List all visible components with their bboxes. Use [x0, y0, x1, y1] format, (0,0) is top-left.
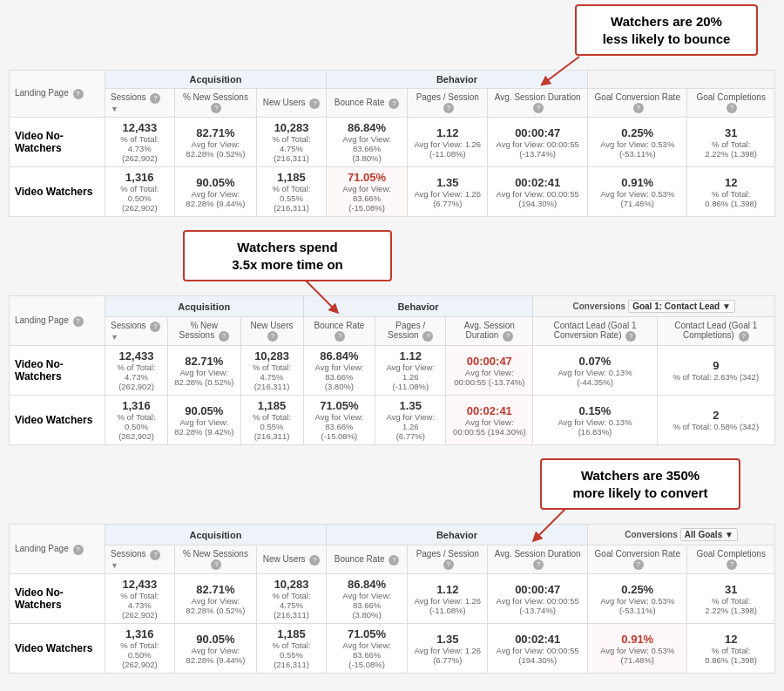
s2-row1-new-sessions: 82.71%Avg for View:82.28% (0.52%) — [168, 346, 241, 396]
s2-sessions-help[interactable]: ? — [150, 322, 160, 332]
table-row: Video No-Watchers 12,433% of Total: 4.73… — [10, 118, 775, 167]
svg-line-0 — [544, 57, 579, 83]
s2-bounce-rate-col: Bounce Rate ? — [303, 317, 375, 346]
new-users-help[interactable]: ? — [309, 98, 320, 109]
s3-bounce-rate-help[interactable]: ? — [389, 555, 399, 566]
new-users-col-header: New Users ? — [257, 89, 327, 118]
s2-contact-rate-help[interactable]: ? — [625, 331, 636, 342]
s2-new-sessions-col: % New Sessions ? — [168, 317, 241, 346]
row2-pages-session: 1.35Avg for View: 1.26(6.77%) — [408, 167, 488, 217]
s3-duration-col: Avg. Session Duration ? — [488, 545, 588, 574]
bounce-rate-help[interactable]: ? — [389, 98, 399, 109]
s2-contact-comp-help[interactable]: ? — [739, 331, 749, 342]
s2-conversions-label: Conversions — [573, 301, 626, 311]
s2-bounce-rate-help[interactable]: ? — [335, 331, 345, 342]
row2-goal-rate: 0.91%Avg for View: 0.53%(71.48%) — [588, 167, 687, 217]
sessions-help[interactable]: ? — [150, 93, 160, 104]
s2-row2-pages: 1.35Avg for View: 1.26(6.77%) — [375, 396, 446, 445]
s3-row2-new-sessions: 90.05%Avg for View:82.28% (9.44%) — [174, 624, 257, 674]
sessions-sort[interactable]: ▼ — [111, 105, 118, 113]
s2-new-users-col: New Users ? — [240, 317, 303, 346]
row1-new-users: 10,283% of Total: 4.75%(216,311) — [257, 118, 327, 167]
s2-new-users-help[interactable]: ? — [267, 331, 278, 342]
s2-goal-dropdown[interactable]: Goal 1: Contact Lead ▼ — [628, 300, 735, 313]
landing-page-help[interactable]: ? — [73, 89, 84, 99]
row2-avg-duration: 00:02:41Avg for View: 00:00:55(194.30%) — [488, 167, 588, 217]
s3-row1-bounce: 86.84%Avg for View: 83.66%(3.80%) — [326, 574, 408, 624]
goal-comp-col-header: Goal Completions ? — [687, 89, 775, 118]
s3-conversions-label: Conversions — [625, 530, 678, 539]
s2-row1-label: Video No-Watchers — [10, 346, 105, 396]
s3-goal-comp-col: Goal Completions ? — [687, 545, 775, 574]
new-sessions-col-header: % New Sessions ? — [174, 89, 257, 118]
row2-sessions: 1,316% of Total: 0.50%(262,902) — [105, 167, 175, 217]
s2-duration-col: Avg. Session Duration ? — [446, 317, 533, 346]
s3-row1-new-sessions: 82.71%Avg for View:82.28% (0.52%) — [174, 574, 257, 624]
s2-sessions-col: Sessions ? ▼ — [105, 317, 168, 346]
goal-rate-help[interactable]: ? — [633, 103, 644, 113]
section3-callout-text: Watchers are 350%more likely to convert — [572, 468, 707, 500]
s2-new-sessions-help[interactable]: ? — [219, 331, 229, 342]
s2-pages-col: Pages / Session ? — [375, 317, 446, 346]
s2-duration-help[interactable]: ? — [503, 331, 513, 342]
section2-callout: Watchers spend3.5x more time on — [183, 230, 392, 281]
section3-callout: Watchers are 350%more likely to convert — [540, 458, 740, 510]
section1-callout: Watchers are 20%less likely to bounce — [575, 4, 758, 56]
row1-sessions: 12,433% of Total: 4.73%(262,902) — [105, 118, 175, 167]
s2-row1-duration: 00:00:47Avg for View:00:00:55 (-13.74%) — [446, 346, 533, 396]
s3-row1-duration: 00:00:47Avg for View: 00:00:55(-13.74%) — [488, 574, 588, 624]
s3-row1-label: Video No-Watchers — [10, 574, 105, 624]
s3-sessions-sort[interactable]: ▼ — [111, 561, 118, 570]
s2-row1-bounce: 86.84%Avg for View: 83.66%(3.80%) — [303, 346, 375, 396]
table-row: Video No-Watchers 12,433% of Total: 4.73… — [10, 346, 775, 396]
row1-goal-comp: 31% of Total:2.22% (1,398) — [687, 118, 775, 167]
s2-row1-goal-rate: 0.07%Avg for View: 0.13%(-44.35%) — [533, 346, 657, 396]
s3-goal-dropdown[interactable]: All Goals ▼ — [680, 528, 738, 541]
s2-sessions-sort[interactable]: ▼ — [111, 333, 118, 342]
s2-row2-new-sessions: 90.05%Avg for View:82.28% (9.42%) — [168, 396, 241, 445]
s3-conversions-header: Conversions All Goals ▼ — [588, 525, 775, 545]
s3-row2-new-users: 1,185% of Total: 0.55%(216,311) — [257, 624, 327, 674]
acquisition-group-header: Acquisition — [105, 71, 327, 89]
pages-session-help[interactable]: ? — [443, 103, 454, 113]
s3-row1-pages: 1.12Avg for View: 1.26(-11.08%) — [408, 574, 488, 624]
s3-sessions-help[interactable]: ? — [150, 550, 160, 560]
s3-new-users-col: New Users ? — [257, 545, 327, 574]
s3-new-sessions-help[interactable]: ? — [211, 559, 221, 570]
table-row: Video Watchers 1,316% of Total: 0.50%(26… — [10, 396, 775, 445]
avg-duration-help[interactable]: ? — [533, 103, 544, 113]
s3-goal-comp-help[interactable]: ? — [727, 559, 737, 570]
s2-row1-goal-comp: 9% of Total: 2.63% (342) — [657, 346, 774, 396]
section2-wrapper: Watchers spend3.5x more time on Landing … — [9, 234, 775, 445]
s3-row1-goal-comp: 31% of Total:2.22% (1,398) — [687, 574, 775, 624]
goal-rate-col-header: Goal Conversion Rate ? — [588, 89, 687, 118]
goal-comp-help[interactable]: ? — [727, 103, 737, 113]
s3-row2-sessions: 1,316% of Total: 0.50%(262,902) — [105, 624, 175, 674]
s3-pages-help[interactable]: ? — [443, 559, 454, 570]
section3-table: Landing Page ? Acquisition Behavior Conv… — [9, 524, 775, 674]
s3-row1-goal-rate: 0.25%Avg for View: 0.53%(-53.11%) — [588, 574, 687, 624]
s3-new-sessions-col: % New Sessions ? — [174, 545, 257, 574]
new-sessions-help[interactable]: ? — [211, 103, 221, 113]
row2-label: Video Watchers — [10, 167, 105, 217]
section2-table: Landing Page ? Acquisition Behavior Conv… — [9, 295, 775, 445]
s2-acquisition-header: Acquisition — [105, 296, 304, 317]
table-row: Video Watchers 1,316% of Total: 0.50%(26… — [10, 167, 775, 217]
page-wrapper: Watchers are 20%less likely to bounce La… — [9, 9, 775, 674]
s3-new-users-help[interactable]: ? — [309, 555, 320, 566]
s2-row2-goal-comp: 2% of Total: 0.58% (342) — [657, 396, 774, 445]
s3-duration-help[interactable]: ? — [533, 559, 544, 570]
s2-row2-duration: 00:02:41Avg for View:00:00:55 (194.30%) — [446, 396, 533, 445]
s2-conversions-header: Conversions Goal 1: Contact Lead ▼ — [533, 296, 775, 317]
s2-row1-pages: 1.12Avg for View: 1.26(-11.08%) — [375, 346, 446, 396]
table-row: Video No-Watchers 12,433% of Total: 4.73… — [10, 574, 775, 624]
s3-sessions-col: Sessions ? ▼ — [105, 545, 175, 574]
row1-avg-duration: 00:00:47Avg for View: 00:00:55(-13.74%) — [488, 118, 588, 167]
s2-pages-help[interactable]: ? — [422, 331, 433, 342]
landing-page-header: Landing Page ? — [10, 71, 105, 118]
s2-landing-page-header: Landing Page ? — [10, 296, 105, 346]
section2-callout-text: Watchers spend3.5x more time on — [232, 240, 343, 272]
s3-goal-rate-help[interactable]: ? — [633, 559, 644, 570]
s2-landing-page-help[interactable]: ? — [73, 316, 84, 327]
s3-landing-page-help[interactable]: ? — [73, 545, 84, 555]
